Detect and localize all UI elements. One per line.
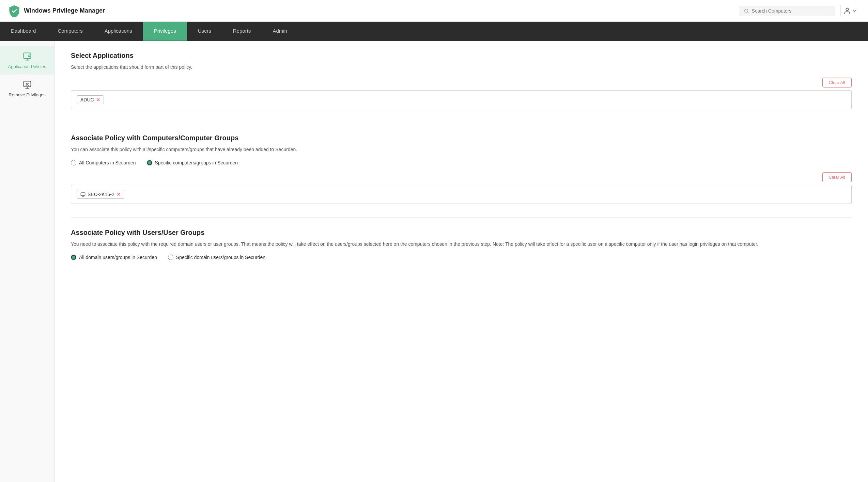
select-applications-clear-all-button[interactable]: Clear All: [822, 78, 852, 87]
sidebar-item-application-policies[interactable]: Application Policies: [0, 46, 54, 75]
radio-specific-domain-users[interactable]: Specific domain users/groups in Securden: [168, 255, 265, 260]
radio-specific-computers-input[interactable]: [147, 160, 152, 165]
select-applications-desc: Select the applications that should form…: [71, 64, 852, 71]
select-applications-title: Select Applications: [71, 52, 852, 60]
divider-2: [71, 218, 852, 218]
tag-sec2k16-remove[interactable]: ✕: [117, 192, 121, 197]
radio-all-computers[interactable]: All Computers in Securden: [71, 160, 136, 165]
associate-users-desc: You need to associate this policy with t…: [71, 241, 852, 248]
search-box[interactable]: [740, 6, 835, 16]
radio-specific-computers-label: Specific computers/groups in Securden: [155, 160, 238, 165]
tag-sec2k16-label: SEC-2K16-2: [88, 192, 114, 197]
user-menu[interactable]: [840, 5, 860, 17]
radio-specific-domain-users-input[interactable]: [168, 255, 173, 260]
nav-item-dashboard[interactable]: Dashboard: [0, 22, 47, 41]
remove-privileges-icon: [22, 80, 32, 90]
user-icon: [843, 7, 851, 15]
tag-aduc-remove[interactable]: ✕: [96, 97, 100, 102]
radio-specific-computers[interactable]: Specific computers/groups in Securden: [147, 160, 238, 165]
svg-point-2: [846, 8, 848, 10]
radio-all-domain-users-input[interactable]: [71, 255, 76, 260]
nav-item-users[interactable]: Users: [187, 22, 222, 41]
sidebar-item-remove-privileges-label: Remove Privileges: [9, 92, 45, 97]
header: Windows Privilege Manager: [0, 0, 868, 22]
radio-specific-domain-users-label: Specific domain users/groups in Securden: [176, 255, 265, 260]
radio-all-domain-users-label: All domain users/groups in Securden: [79, 255, 157, 260]
associate-computers-radio-group: All Computers in Securden Specific compu…: [71, 160, 852, 165]
layout: Application Policies Remove Privileges S…: [0, 41, 868, 482]
application-policies-icon: [22, 52, 32, 61]
associate-computers-clear-row: Clear All: [71, 172, 852, 182]
associate-computers-clear-all-button[interactable]: Clear All: [822, 172, 852, 182]
select-applications-section: Select Applications Select the applicati…: [71, 52, 852, 109]
nav-item-admin[interactable]: Admin: [262, 22, 298, 41]
shield-icon: [8, 5, 20, 17]
search-input[interactable]: [752, 8, 831, 14]
svg-rect-12: [81, 192, 85, 195]
radio-all-computers-input[interactable]: [71, 160, 76, 165]
nav-item-privileges[interactable]: Privileges: [143, 22, 187, 41]
tag-aduc-label: ADUC: [80, 97, 94, 102]
nav-item-computers[interactable]: Computers: [47, 22, 93, 41]
search-icon: [744, 8, 749, 14]
sidebar: Application Policies Remove Privileges: [0, 41, 55, 482]
monitor-icon: [80, 192, 86, 197]
sidebar-item-remove-privileges[interactable]: Remove Privileges: [0, 75, 54, 103]
associate-users-section: Associate Policy with Users/User Groups …: [71, 229, 852, 260]
nav-item-applications[interactable]: Applications: [94, 22, 143, 41]
app-title: Windows Privilege Manager: [24, 7, 105, 14]
logo-area: Windows Privilege Manager: [8, 5, 105, 17]
chevron-down-icon: [852, 9, 857, 13]
main-nav: Dashboard Computers Applications Privile…: [0, 22, 868, 41]
header-right: [740, 5, 860, 17]
tag-aduc: ADUC ✕: [77, 95, 104, 104]
associate-computers-desc: You can associate this policy with all/s…: [71, 146, 852, 153]
nav-item-reports[interactable]: Reports: [222, 22, 262, 41]
select-applications-clear-row: Clear All: [71, 78, 852, 87]
divider-1: [71, 123, 852, 123]
associate-computers-tag-input[interactable]: SEC-2K16-2 ✕: [71, 185, 852, 204]
associate-users-title: Associate Policy with Users/User Groups: [71, 229, 852, 237]
tag-sec2k16: SEC-2K16-2 ✕: [77, 190, 124, 199]
associate-users-radio-group: All domain users/groups in Securden Spec…: [71, 255, 852, 260]
associate-computers-section: Associate Policy with Computers/Computer…: [71, 134, 852, 204]
svg-line-1: [747, 12, 748, 13]
radio-all-computers-label: All Computers in Securden: [79, 160, 136, 165]
select-applications-tag-input[interactable]: ADUC ✕: [71, 90, 852, 109]
sidebar-item-application-policies-label: Application Policies: [8, 64, 46, 69]
radio-all-domain-users[interactable]: All domain users/groups in Securden: [71, 255, 157, 260]
associate-computers-title: Associate Policy with Computers/Computer…: [71, 134, 852, 142]
main-content: Select Applications Select the applicati…: [55, 41, 868, 482]
